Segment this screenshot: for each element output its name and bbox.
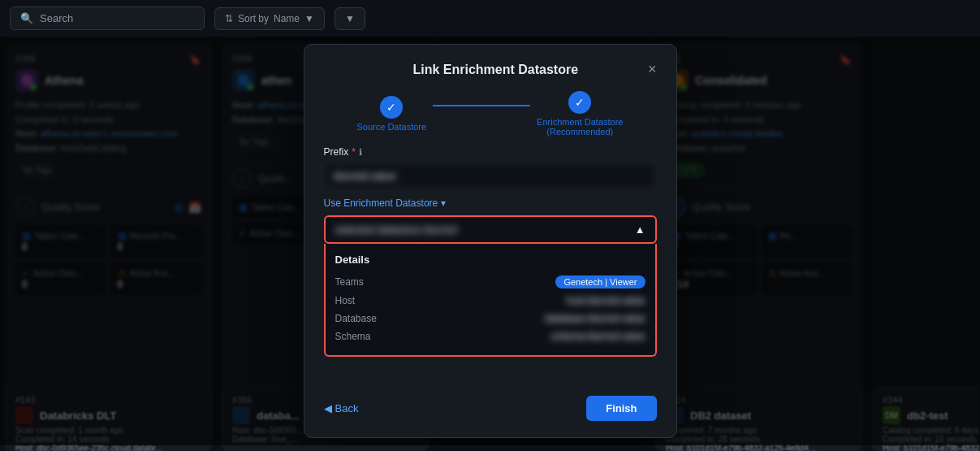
back-arrow-icon: ◀ <box>324 402 332 414</box>
modal-footer: ◀ Back Finish <box>304 386 676 437</box>
dropdown-toggle-icon: ▾ <box>441 197 446 209</box>
use-enrichment-toggle[interactable]: Use Enrichment Datastore ▾ <box>324 197 447 209</box>
sort-value: Name <box>274 13 300 24</box>
details-database-row: Database database-blurred-value <box>335 310 645 327</box>
use-enrichment-label: Use Enrichment Datastore <box>324 197 438 209</box>
modal-title: Link Enrichment Datastore <box>343 63 648 77</box>
step-connector <box>433 105 530 106</box>
search-input-placeholder[interactable]: Search <box>40 12 73 24</box>
cards-area: #308 🔖 🟣 Athena Profile completed: 3 wee… <box>0 37 980 445</box>
sort-icon: ⇅ <box>225 13 233 24</box>
prefix-label: Prefix * ℹ <box>324 146 657 158</box>
step-1: ✓ Source Datastore <box>357 96 427 132</box>
details-schema-key: Schema <box>335 331 371 342</box>
details-host-value: host-blurred-value <box>567 295 645 306</box>
details-teams-key: Teams <box>335 276 364 288</box>
sort-button[interactable]: ⇅ Sort by Name ▼ <box>214 7 325 30</box>
details-title: Details <box>335 254 645 266</box>
filter-icon: ▼ <box>345 13 355 24</box>
search-icon: 🔍 <box>20 12 33 24</box>
back-button[interactable]: ◀ Back <box>324 402 359 414</box>
back-label: Back <box>335 402 359 414</box>
details-teams-row: Teams Genetech | Viewer <box>335 272 645 292</box>
details-database-key: Database <box>335 313 377 324</box>
prefix-input[interactable] <box>324 163 657 189</box>
details-host-key: Host <box>335 295 356 306</box>
search-box[interactable]: 🔍 Search <box>10 7 205 30</box>
sort-by-label: Sort by <box>238 13 269 24</box>
details-teams-value: Genetech | Viewer <box>555 275 645 288</box>
dropdown-arrow-icon: ▲ <box>635 223 645 236</box>
modal-header: Link Enrichment Datastore × <box>304 45 676 78</box>
required-marker: * <box>352 146 356 158</box>
modal-stepper: ✓ Source Datastore ✓ Enrichment Datastor… <box>304 78 676 146</box>
filter-button[interactable]: ▼ <box>335 7 365 30</box>
step-1-label: Source Datastore <box>357 122 427 132</box>
step-2: ✓ Enrichment Datastore(Recommended) <box>537 91 623 137</box>
step-1-circle: ✓ <box>380 96 403 119</box>
details-database-value: database-blurred-value <box>545 313 645 324</box>
sort-chevron-icon: ▼ <box>304 13 314 24</box>
enrichment-datastore-select[interactable]: selected datastore blurred ▲ <box>324 215 657 244</box>
details-schema-value: schema-blurred-value <box>550 331 645 342</box>
step-2-circle: ✓ <box>568 91 591 114</box>
selected-datastore-text: selected datastore blurred <box>335 223 635 236</box>
details-schema-row: Schema schema-blurred-value <box>335 327 645 345</box>
modal-close-button[interactable]: × <box>648 61 657 78</box>
details-host-row: Host host-blurred-value <box>335 292 645 310</box>
modal-link-enrichment: Link Enrichment Datastore × ✓ Source Dat… <box>304 44 677 438</box>
modal-body: Prefix * ℹ Use Enrichment Datastore ▾ se… <box>304 146 676 386</box>
info-icon: ℹ <box>359 147 362 158</box>
details-panel: Details Teams Genetech | Viewer Host hos… <box>324 244 657 357</box>
modal-overlay: Link Enrichment Datastore × ✓ Source Dat… <box>0 37 980 445</box>
finish-button[interactable]: Finish <box>586 396 656 421</box>
step-2-label: Enrichment Datastore(Recommended) <box>537 117 623 137</box>
top-bar: 🔍 Search ⇅ Sort by Name ▼ ▼ <box>0 0 980 37</box>
